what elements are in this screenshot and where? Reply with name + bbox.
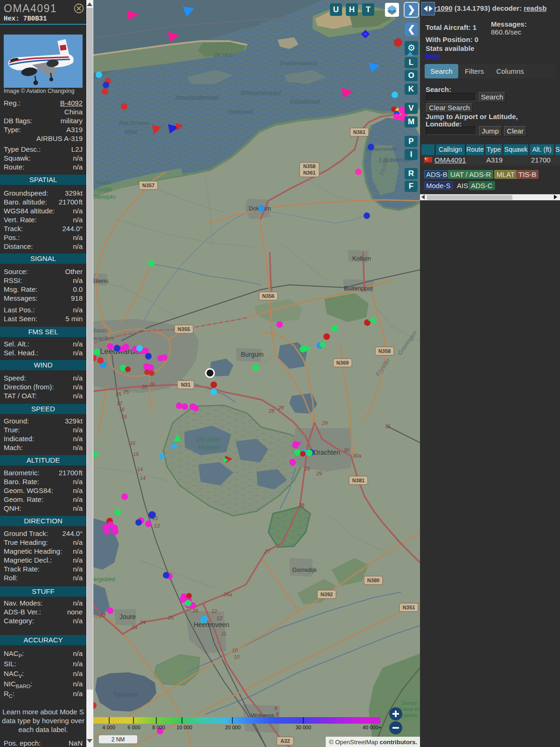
svg-text:15: 15	[130, 440, 136, 446]
svg-text:14: 14	[137, 466, 143, 472]
svg-text:29: 29	[304, 466, 310, 472]
svg-text:Kollum: Kollum	[352, 255, 371, 262]
svg-text:12: 12	[211, 608, 217, 614]
svg-text:30: 30	[343, 447, 350, 453]
svg-text:2 NM: 2 NM	[112, 736, 125, 743]
svg-text:30 000: 30 000	[295, 725, 311, 730]
svg-text:N358: N358	[303, 163, 315, 169]
svg-text:Amelanderwad: Amelanderwad	[175, 94, 219, 101]
svg-text:40 000+: 40 000+	[363, 725, 381, 730]
svg-text:4 000: 4 000	[102, 725, 115, 730]
svg-text:Joure: Joure	[119, 613, 136, 620]
svg-text:Engelsmanplaat: Engelsmanplaat	[280, 60, 317, 66]
svg-text:N358: N358	[378, 348, 391, 354]
svg-text:Buitenpost: Buitenpost	[344, 285, 373, 292]
svg-text:Fryslân: Fryslân	[93, 186, 112, 193]
svg-text:17: 17	[117, 401, 123, 406]
svg-text:6 000: 6 000	[127, 725, 140, 730]
svg-text:26a: 26a	[223, 592, 232, 597]
svg-text:29: 29	[322, 420, 328, 426]
svg-text:N31: N31	[181, 382, 190, 388]
svg-text:10: 10	[234, 654, 240, 660]
svg-text:28: 28	[278, 405, 284, 410]
svg-text:25: 25	[123, 389, 129, 395]
svg-text:N380: N380	[367, 578, 379, 583]
svg-text:plaat: plaat	[125, 128, 138, 135]
svg-text:23: 23	[99, 612, 106, 618]
svg-text:8 000: 8 000	[152, 725, 165, 730]
svg-text:16: 16	[119, 407, 125, 412]
svg-text:Heideveld: Heideveld	[228, 109, 253, 115]
svg-text:26: 26	[149, 381, 155, 387]
svg-text:27: 27	[264, 549, 271, 554]
svg-text:N392: N392	[321, 592, 333, 597]
svg-text:De Alde: De Alde	[197, 436, 220, 443]
svg-text:N357: N357	[142, 183, 154, 188]
svg-text:Gorredijk: Gorredijk	[292, 566, 317, 573]
svg-text:Noard-: Noard-	[95, 179, 112, 186]
svg-text:28: 28	[298, 502, 305, 508]
svg-text:13: 13	[154, 523, 160, 529]
svg-text:12: 12	[217, 615, 222, 621]
svg-text:© OpenStreetMap contributors.: © OpenStreetMap contributors.	[329, 739, 417, 746]
svg-text:N369: N369	[336, 360, 349, 366]
svg-text:warden: warden	[93, 335, 113, 342]
svg-text:A32: A32	[280, 738, 290, 744]
svg-text:24: 24	[140, 620, 146, 625]
svg-text:N351: N351	[403, 605, 415, 610]
svg-text:25: 25	[115, 391, 122, 397]
svg-text:20 000: 20 000	[225, 725, 241, 730]
svg-text:16: 16	[121, 414, 127, 419]
svg-text:Drents-: Drents-	[401, 700, 418, 706]
svg-text:Feanen: Feanen	[198, 444, 220, 451]
svg-text:26: 26	[141, 384, 148, 389]
svg-text:Drachten: Drachten	[314, 449, 340, 456]
svg-text:Tsjûkemar: Tsjûkemar	[113, 691, 139, 698]
svg-text:Wierumerwad: Wierumerwad	[240, 89, 281, 97]
svg-text:14: 14	[140, 475, 146, 481]
svg-text:ûtendyks: ûtendyks	[93, 194, 116, 200]
svg-text:28: 28	[268, 408, 275, 414]
svg-text:Burgum: Burgum	[241, 351, 264, 358]
svg-text:Eilanderbult: Eilanderbult	[290, 99, 320, 105]
svg-text:15: 15	[133, 451, 139, 457]
svg-text:29: 29	[316, 471, 322, 476]
svg-text:basis: basis	[93, 327, 108, 334]
svg-text:Friese Wo: Friese Wo	[399, 706, 420, 712]
svg-text:8: 8	[274, 705, 278, 711]
svg-text:31: 31	[385, 423, 391, 429]
svg-text:30a: 30a	[353, 453, 361, 458]
svg-text:10: 10	[232, 648, 238, 653]
svg-text:N361: N361	[303, 170, 315, 176]
svg-text:De Hon: De Hon	[214, 52, 233, 58]
svg-text:24: 24	[131, 625, 137, 630]
svg-text:Piet Scheve-: Piet Scheve-	[119, 120, 151, 127]
svg-text:11: 11	[221, 631, 226, 636]
svg-text:ergebied: ergebied	[93, 576, 115, 583]
svg-text:Stiens: Stiens	[93, 277, 109, 284]
svg-text:N355: N355	[178, 326, 190, 332]
svg-text:N356: N356	[262, 293, 274, 299]
svg-text:10 000: 10 000	[176, 725, 192, 730]
svg-text:Heerenveen: Heerenveen	[194, 621, 229, 628]
svg-text:N381: N381	[352, 478, 364, 483]
svg-text:N361: N361	[353, 129, 365, 135]
svg-text:8: 8	[276, 712, 279, 717]
svg-text:25: 25	[168, 615, 174, 620]
